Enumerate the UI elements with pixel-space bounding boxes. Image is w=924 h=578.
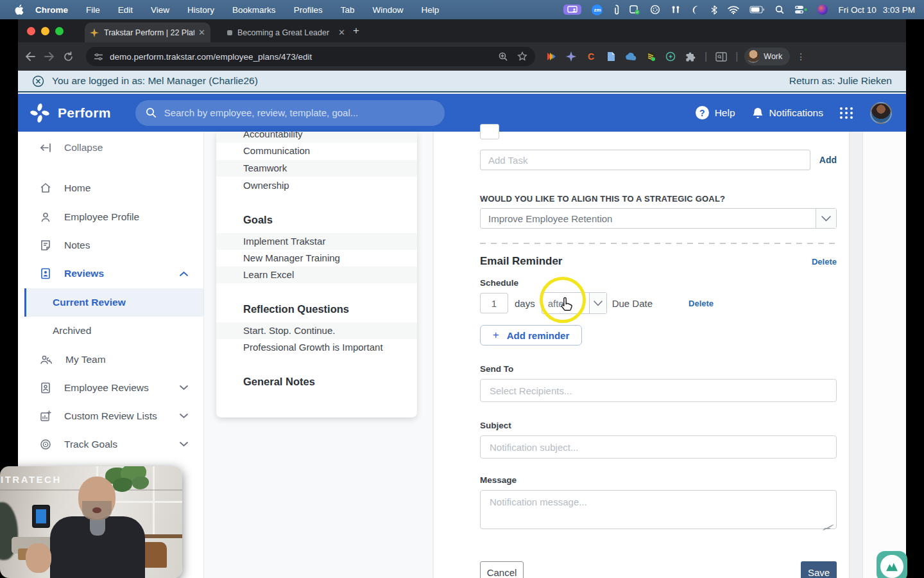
do-not-disturb-moon-icon[interactable]: [691, 5, 701, 15]
global-search[interactable]: [135, 100, 445, 126]
app-check-icon[interactable]: [629, 4, 640, 15]
outline-item[interactable]: Professional Growth is Important: [216, 339, 417, 356]
tab-close-icon[interactable]: ✕: [338, 28, 345, 37]
sidebar-item-employee-profile[interactable]: Employee Profile: [18, 206, 203, 228]
help-button[interactable]: ? Help: [696, 106, 735, 119]
add-task-input[interactable]: [480, 150, 810, 170]
sidebar-item-notes[interactable]: Notes: [18, 234, 203, 256]
outline-item[interactable]: New Manager Training: [216, 250, 417, 267]
menu-help[interactable]: Help: [421, 5, 439, 15]
before-after-select[interactable]: after: [542, 292, 607, 314]
side-panel-icon[interactable]: [715, 51, 727, 62]
chevron-down-icon[interactable]: [180, 385, 188, 390]
apps-grid-icon[interactable]: [840, 107, 853, 119]
delete-reminder-section-link[interactable]: Delete: [812, 257, 837, 267]
sidebar-item-home[interactable]: Home: [18, 177, 203, 199]
outline-item[interactable]: Teamwork: [216, 160, 417, 177]
outline-item[interactable]: Start. Stop. Continue.: [216, 322, 417, 339]
outline-item[interactable]: Implement Trakstar: [216, 233, 417, 250]
sidebar-item-archived[interactable]: Archived: [18, 320, 203, 342]
bluetooth-icon[interactable]: [711, 5, 717, 15]
ext-compass-icon[interactable]: [565, 51, 577, 62]
menu-bookmarks[interactable]: Bookmarks: [232, 5, 276, 15]
site-settings-icon[interactable]: [94, 52, 103, 62]
tab-becoming-a-great-leader[interactable]: Becoming a Great Leader ✕: [222, 22, 350, 42]
back-icon[interactable]: [24, 51, 44, 62]
ext-teal-icon[interactable]: [665, 51, 676, 62]
zoom-app-icon[interactable]: zm: [592, 4, 603, 15]
menu-file[interactable]: File: [86, 5, 100, 15]
chevron-down-icon[interactable]: [180, 414, 188, 419]
save-button[interactable]: Save: [801, 561, 837, 578]
tab-trakstar-perform[interactable]: Trakstar Perform | 22 Platform ✕: [85, 22, 210, 42]
reload-icon[interactable]: [63, 51, 82, 62]
outline-item[interactable]: Learn Excel: [216, 267, 417, 283]
chevron-up-icon[interactable]: [180, 271, 188, 276]
return-as-link[interactable]: Return as: Julie Rieken: [789, 75, 892, 87]
menu-edit[interactable]: Edit: [118, 5, 133, 15]
menu-tab[interactable]: Tab: [341, 5, 355, 15]
outline-item[interactable]: Accountability: [216, 132, 417, 143]
control-center-icon[interactable]: [794, 5, 807, 14]
banner-close-icon[interactable]: [32, 75, 44, 87]
delete-reminder-row-link[interactable]: Delete: [689, 299, 714, 308]
sidebar-item-label: Track Goals: [64, 439, 117, 450]
new-tab-button[interactable]: +: [353, 24, 359, 37]
menu-view[interactable]: View: [151, 5, 169, 15]
timer-icon[interactable]: [650, 4, 660, 15]
ext-arrow-icon[interactable]: [545, 51, 557, 62]
add-task-button[interactable]: Add: [819, 155, 837, 165]
menu-chrome[interactable]: Chrome: [35, 5, 68, 15]
outline-item[interactable]: Ownership: [216, 177, 417, 194]
outline-item[interactable]: Communication: [216, 143, 417, 159]
spotlight-search-icon[interactable]: [775, 5, 784, 14]
extensions-puzzle-icon[interactable]: [685, 51, 696, 62]
recorder-app-icon[interactable]: [877, 551, 907, 578]
scrollbar[interactable]: [849, 132, 863, 578]
tab-close-icon[interactable]: ✕: [198, 28, 205, 37]
battery-icon[interactable]: [749, 6, 765, 13]
ext-c-icon[interactable]: C: [585, 51, 597, 62]
apple-icon[interactable]: [14, 4, 24, 15]
close-window-button[interactable]: [27, 27, 35, 35]
forward-icon[interactable]: [44, 51, 63, 62]
cancel-button[interactable]: Cancel: [480, 561, 524, 578]
browser-profile-chip[interactable]: Work: [744, 48, 790, 66]
sidebar-item-employee-reviews[interactable]: Employee Reviews: [18, 377, 203, 399]
sidebar-item-my-team[interactable]: My Team: [18, 349, 203, 371]
collapse-sidebar-button[interactable]: Collapse: [18, 137, 203, 159]
fullscreen-window-button[interactable]: [55, 27, 64, 35]
sidebar-item-custom-review-lists[interactable]: Custom Review Lists: [18, 405, 203, 427]
airpods-icon[interactable]: [671, 5, 681, 14]
notifications-button[interactable]: Notifications: [752, 107, 823, 119]
camera-app-icon[interactable]: [817, 4, 828, 15]
ext-badge-icon[interactable]: [645, 51, 656, 62]
menu-history[interactable]: History: [187, 5, 214, 15]
days-count-input[interactable]: [480, 293, 508, 313]
screen-share-icon[interactable]: [563, 4, 581, 15]
sidebar-item-reviews[interactable]: Reviews: [18, 263, 203, 285]
search-input[interactable]: [164, 107, 434, 118]
menu-window[interactable]: Window: [372, 5, 403, 15]
brand[interactable]: Perform: [28, 101, 111, 125]
subject-input[interactable]: [480, 435, 837, 459]
paperclip-icon[interactable]: [613, 4, 619, 15]
zoom-page-icon[interactable]: [498, 51, 508, 62]
browser-menu-kebab-icon[interactable]: ⋮: [796, 51, 805, 62]
strategic-goal-select[interactable]: Improve Employee Retention: [480, 208, 837, 229]
ext-cloud-icon[interactable]: [625, 51, 637, 62]
send-to-input[interactable]: [480, 379, 837, 402]
message-textarea[interactable]: [480, 490, 837, 529]
url-text[interactable]: demo.perform.trakstar.com/employee_plans…: [110, 52, 312, 62]
user-avatar[interactable]: [870, 102, 892, 124]
menu-profiles[interactable]: Profiles: [294, 5, 323, 15]
ext-doc-icon[interactable]: [605, 51, 617, 62]
chevron-down-icon[interactable]: [180, 442, 188, 447]
address-bar[interactable]: demo.perform.trakstar.com/employee_plans…: [86, 47, 535, 66]
sidebar-item-current-review[interactable]: Current Review: [18, 292, 203, 313]
wifi-icon[interactable]: [728, 6, 739, 14]
add-reminder-button[interactable]: + Add reminder: [480, 325, 582, 346]
minimize-window-button[interactable]: [41, 27, 49, 35]
sidebar-item-track-goals[interactable]: Track Goals: [18, 434, 203, 455]
bookmark-star-icon[interactable]: [517, 51, 527, 62]
